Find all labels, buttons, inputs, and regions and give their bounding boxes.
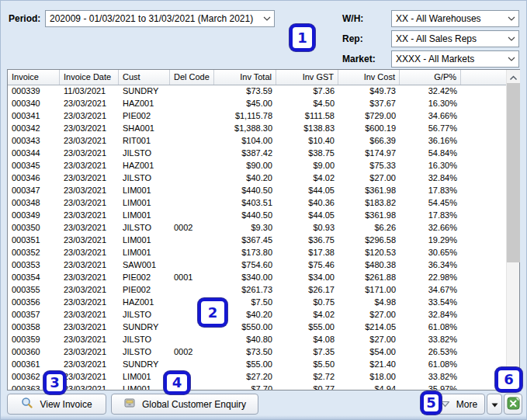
table-row[interactable]: 00034123/03/2021PIE002$1,115.78$111.58$7… <box>8 109 506 122</box>
column-header-invoice[interactable]: Invoice <box>8 70 60 85</box>
table-row[interactable]: 00034823/03/2021LIM001$403.51$40.36$183.… <box>8 196 506 209</box>
annotation-6: 6 <box>495 367 522 392</box>
cell: 23/03/2021 <box>60 234 119 246</box>
cell: $120.53 <box>338 246 400 259</box>
chevron-down-icon[interactable] <box>504 36 518 41</box>
cell: $4.08 <box>276 333 338 345</box>
cell: $9.30 <box>214 221 276 234</box>
cell: 23/03/2021 <box>60 159 119 172</box>
table-row[interactable]: 00036023/03/2021JILSTO0002$73.50$7.35$54… <box>8 345 506 358</box>
cell: 23/03/2021 <box>60 370 119 383</box>
table-row[interactable]: 00034423/03/2021JILSTO$387.42$38.75$174.… <box>8 147 506 159</box>
table-row[interactable]: 00035523/03/2021PIE002$261.73$26.17$171.… <box>8 283 506 296</box>
vertical-scrollbar[interactable] <box>506 70 519 390</box>
table-row[interactable]: 00036123/03/2021SUNDRY$55.00$5.50$21.406… <box>8 358 506 370</box>
table-row[interactable]: 00035223/03/2021LIM001$173.80$17.38$120.… <box>8 246 506 259</box>
table-row[interactable]: 00034223/03/2021SHA001$1,388.30$138.83$6… <box>8 122 506 134</box>
cell: JILSTO <box>119 345 170 358</box>
table-row[interactable]: 00034923/03/2021LIM001$440.50$44.05$361.… <box>8 209 506 221</box>
cell: 54.45% <box>400 196 461 209</box>
rep-select[interactable]: XX - All Sales Reps <box>391 30 519 47</box>
column-header-del-code[interactable]: Del Code <box>170 70 214 85</box>
cell <box>170 109 214 122</box>
scrollbar-thumb[interactable] <box>507 83 520 262</box>
cell: $55.00 <box>276 321 338 333</box>
cell: $40.36 <box>276 196 338 209</box>
column-header-g-p-[interactable]: G/P% <box>400 70 461 85</box>
market-select[interactable]: XXXX - All Markets <box>391 50 519 68</box>
cell: $34.00 <box>276 271 338 283</box>
table-row[interactable]: 00034523/03/2021HAZ001$90.00$9.00$75.331… <box>8 159 506 172</box>
table-row[interactable]: 00035323/03/2021SAW001$754.60$75.46$480.… <box>8 259 506 271</box>
cell: $7.70 <box>214 383 276 390</box>
cell: 34.66% <box>400 109 461 122</box>
table-row[interactable]: 00036323/03/2021LIM001$7.70$0.77$4.9435.… <box>8 383 506 390</box>
table-body: 00033911/03/2021SUNDRY$73.59$7.36$49.733… <box>8 85 506 390</box>
cell: JILSTO <box>119 308 170 321</box>
cell: 000358 <box>8 321 60 333</box>
more-dropdown-button[interactable] <box>487 394 502 415</box>
cell: 17.83% <box>400 184 461 196</box>
table-row[interactable]: 00035823/03/2021SUNDRY$550.00$55.00$214.… <box>8 321 506 333</box>
table-row[interactable]: 00035423/03/2021PIE0020001$340.00$34.00$… <box>8 271 506 283</box>
cell: 000344 <box>8 147 60 159</box>
view-invoice-button[interactable]: View Invoice <box>7 394 106 415</box>
cell: LIM001 <box>119 246 170 259</box>
cell: $361.98 <box>338 209 400 221</box>
period-select[interactable]: 202009 - 01/03/2021 to 31/03/2021 (March… <box>45 10 275 27</box>
cell: 23/03/2021 <box>60 345 119 358</box>
cell: 000350 <box>8 221 60 234</box>
table-row[interactable]: 00035623/03/2021HAZ001$7.50$0.75$4.9833.… <box>8 296 506 308</box>
cell: 11/03/2021 <box>60 85 119 97</box>
cell: 000339 <box>8 85 60 97</box>
cell: $440.50 <box>214 209 276 221</box>
cell: $729.00 <box>338 109 400 122</box>
chevron-down-icon[interactable] <box>504 57 518 61</box>
column-header-invoice-date[interactable]: Invoice Date <box>60 70 119 85</box>
market-value: XXXX - All Markets <box>392 54 504 64</box>
cell: $171.00 <box>338 283 400 296</box>
scroll-up-button[interactable] <box>507 70 520 83</box>
column-header-inv-gst[interactable]: Inv GST <box>276 70 338 85</box>
cell <box>170 97 214 109</box>
cell: 32.42% <box>400 85 461 97</box>
column-header-inv-cost[interactable]: Inv Cost <box>338 70 400 85</box>
cell <box>170 184 214 196</box>
annotation-5: 5 <box>421 391 442 415</box>
cell: PIE002 <box>119 271 170 283</box>
warehouse-select[interactable]: XX - All Warehouses <box>391 10 519 27</box>
table-row[interactable]: 00034723/03/2021LIM001$440.50$44.05$361.… <box>8 184 506 196</box>
table-row[interactable]: 00035123/03/2021LIM001$367.45$36.75$296.… <box>8 234 506 246</box>
cell: $138.83 <box>276 122 338 134</box>
cell: JILSTO <box>119 221 170 234</box>
export-to-excel-button[interactable] <box>504 394 522 415</box>
table-row[interactable]: 00034623/03/2021JILSTO$40.20$4.02$27.003… <box>8 172 506 184</box>
cell: $55.00 <box>214 358 276 370</box>
chevron-down-icon[interactable] <box>504 16 518 21</box>
global-customer-enquiry-button[interactable]: Global Customer Enquiry <box>111 394 258 415</box>
cell: $403.51 <box>214 196 276 209</box>
table-row[interactable]: 00034323/03/2021RIT001$104.00$10.40$66.3… <box>8 134 506 147</box>
cell: $1,115.78 <box>214 109 276 122</box>
cell: $66.39 <box>338 134 400 147</box>
cell: SUNDRY <box>119 358 170 370</box>
table-row[interactable]: 00034023/03/2021HAZ001$45.00$4.50$37.671… <box>8 97 506 109</box>
table-row[interactable]: 00036223/03/2021LIM001$27.20$2.72$18.003… <box>8 370 506 383</box>
cell: 32.84% <box>400 172 461 184</box>
cell <box>170 122 214 134</box>
cell <box>170 159 214 172</box>
cell: $340.00 <box>214 271 276 283</box>
cell: $7.36 <box>276 85 338 97</box>
table-row[interactable]: 00035923/03/2021JILSTO$40.80$4.08$27.003… <box>8 333 506 345</box>
cell <box>170 333 214 345</box>
table-row[interactable]: 00033911/03/2021SUNDRY$73.59$7.36$49.733… <box>8 85 506 97</box>
chevron-down-icon[interactable] <box>260 16 274 21</box>
column-header-inv-total[interactable]: Inv Total <box>214 70 276 85</box>
cell: 000352 <box>8 246 60 259</box>
cell: $5.50 <box>276 358 338 370</box>
table-row[interactable]: 00035723/03/2021JILSTO$40.20$4.02$27.003… <box>8 308 506 321</box>
table-row[interactable]: 00035023/03/2021JILSTO0002$9.30$0.93$6.2… <box>8 221 506 234</box>
column-header-cust[interactable]: Cust <box>119 70 170 85</box>
period-label: Period: <box>9 13 40 24</box>
cell: $17.38 <box>276 246 338 259</box>
